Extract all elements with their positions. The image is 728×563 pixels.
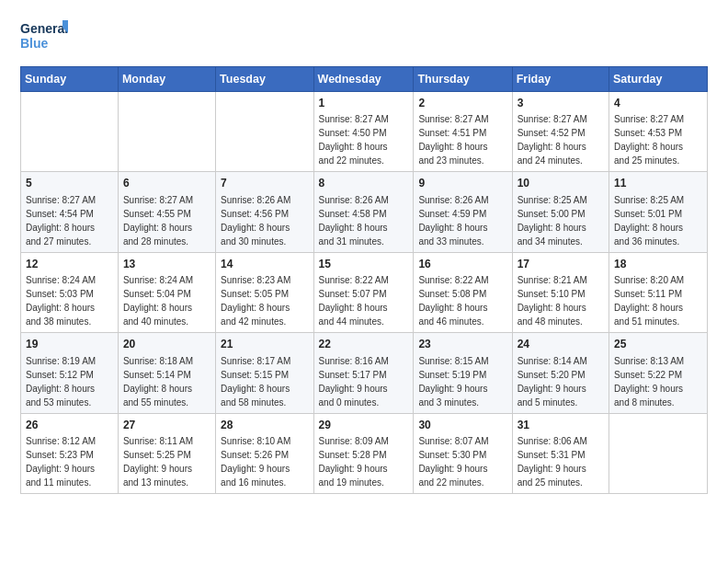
day-cell-11: 11Sunrise: 8:25 AM Sunset: 5:01 PM Dayli…: [609, 172, 708, 252]
day-info-26: Sunrise: 8:12 AM Sunset: 5:23 PM Dayligh…: [26, 434, 113, 489]
day-cell-28: 28Sunrise: 8:10 AM Sunset: 5:26 PM Dayli…: [216, 413, 313, 493]
day-info-6: Sunrise: 8:27 AM Sunset: 4:55 PM Dayligh…: [123, 193, 210, 248]
day-info-15: Sunrise: 8:22 AM Sunset: 5:07 PM Dayligh…: [319, 273, 409, 328]
day-number-6: 6: [123, 176, 210, 191]
day-number-25: 25: [614, 337, 702, 352]
day-cell-5: 5Sunrise: 8:27 AM Sunset: 4:54 PM Daylig…: [21, 172, 119, 252]
day-info-18: Sunrise: 8:20 AM Sunset: 5:11 PM Dayligh…: [614, 273, 702, 328]
weekday-header-wednesday: Wednesday: [313, 67, 414, 92]
day-info-27: Sunrise: 8:11 AM Sunset: 5:25 PM Dayligh…: [123, 434, 210, 489]
day-cell-12: 12Sunrise: 8:24 AM Sunset: 5:03 PM Dayli…: [21, 252, 119, 332]
day-number-17: 17: [518, 257, 604, 272]
day-number-7: 7: [221, 176, 308, 191]
weekday-header-tuesday: Tuesday: [216, 67, 313, 92]
day-info-29: Sunrise: 8:09 AM Sunset: 5:28 PM Dayligh…: [319, 434, 409, 489]
day-info-7: Sunrise: 8:26 AM Sunset: 4:56 PM Dayligh…: [221, 193, 308, 248]
day-number-31: 31: [518, 418, 604, 433]
logo-svg: General Blue: [20, 17, 68, 57]
day-cell-10: 10Sunrise: 8:25 AM Sunset: 5:00 PM Dayli…: [512, 172, 609, 252]
day-info-2: Sunrise: 8:27 AM Sunset: 4:51 PM Dayligh…: [418, 112, 506, 167]
day-number-27: 27: [123, 418, 210, 433]
day-number-1: 1: [319, 96, 409, 111]
day-info-3: Sunrise: 8:27 AM Sunset: 4:52 PM Dayligh…: [518, 112, 604, 167]
day-number-23: 23: [418, 337, 506, 352]
day-cell-14: 14Sunrise: 8:23 AM Sunset: 5:05 PM Dayli…: [216, 252, 313, 332]
day-number-4: 4: [614, 96, 702, 111]
day-info-12: Sunrise: 8:24 AM Sunset: 5:03 PM Dayligh…: [26, 273, 113, 328]
day-info-30: Sunrise: 8:07 AM Sunset: 5:30 PM Dayligh…: [418, 434, 506, 489]
calendar-table: SundayMondayTuesdayWednesdayThursdayFrid…: [20, 66, 708, 494]
day-info-1: Sunrise: 8:27 AM Sunset: 4:50 PM Dayligh…: [319, 112, 409, 167]
week-row-5: 26Sunrise: 8:12 AM Sunset: 5:23 PM Dayli…: [21, 413, 708, 493]
svg-text:General: General: [20, 21, 68, 36]
day-number-29: 29: [319, 418, 409, 433]
logo: General Blue: [20, 17, 68, 57]
day-cell-21: 21Sunrise: 8:17 AM Sunset: 5:15 PM Dayli…: [216, 333, 313, 413]
day-cell-27: 27Sunrise: 8:11 AM Sunset: 5:25 PM Dayli…: [118, 413, 215, 493]
day-number-13: 13: [123, 257, 210, 272]
day-number-5: 5: [26, 176, 113, 191]
day-cell-2: 2Sunrise: 8:27 AM Sunset: 4:51 PM Daylig…: [414, 92, 512, 172]
day-cell-22: 22Sunrise: 8:16 AM Sunset: 5:17 PM Dayli…: [313, 333, 414, 413]
weekday-header-thursday: Thursday: [414, 67, 512, 92]
day-number-19: 19: [26, 337, 113, 352]
day-cell-15: 15Sunrise: 8:22 AM Sunset: 5:07 PM Dayli…: [313, 252, 414, 332]
day-number-26: 26: [26, 418, 113, 433]
week-row-1: 1Sunrise: 8:27 AM Sunset: 4:50 PM Daylig…: [21, 92, 708, 172]
day-cell-18: 18Sunrise: 8:20 AM Sunset: 5:11 PM Dayli…: [609, 252, 708, 332]
day-cell-25: 25Sunrise: 8:13 AM Sunset: 5:22 PM Dayli…: [609, 333, 708, 413]
day-info-22: Sunrise: 8:16 AM Sunset: 5:17 PM Dayligh…: [319, 354, 409, 409]
page: General Blue SundayMondayTuesdayWednesda…: [0, 0, 728, 563]
day-cell-19: 19Sunrise: 8:19 AM Sunset: 5:12 PM Dayli…: [21, 333, 119, 413]
day-number-30: 30: [418, 418, 506, 433]
day-cell-4: 4Sunrise: 8:27 AM Sunset: 4:53 PM Daylig…: [609, 92, 708, 172]
day-number-3: 3: [518, 96, 604, 111]
day-number-12: 12: [26, 257, 113, 272]
day-number-8: 8: [319, 176, 409, 191]
day-number-15: 15: [319, 257, 409, 272]
day-info-4: Sunrise: 8:27 AM Sunset: 4:53 PM Dayligh…: [614, 112, 702, 167]
day-cell-16: 16Sunrise: 8:22 AM Sunset: 5:08 PM Dayli…: [414, 252, 512, 332]
empty-cell: [609, 413, 708, 493]
day-cell-29: 29Sunrise: 8:09 AM Sunset: 5:28 PM Dayli…: [313, 413, 414, 493]
day-cell-24: 24Sunrise: 8:14 AM Sunset: 5:20 PM Dayli…: [512, 333, 609, 413]
day-number-20: 20: [123, 337, 210, 352]
day-info-14: Sunrise: 8:23 AM Sunset: 5:05 PM Dayligh…: [221, 273, 308, 328]
day-number-24: 24: [518, 337, 604, 352]
header: General Blue: [20, 17, 708, 57]
day-cell-26: 26Sunrise: 8:12 AM Sunset: 5:23 PM Dayli…: [21, 413, 119, 493]
day-info-17: Sunrise: 8:21 AM Sunset: 5:10 PM Dayligh…: [518, 273, 604, 328]
day-info-5: Sunrise: 8:27 AM Sunset: 4:54 PM Dayligh…: [26, 193, 113, 248]
day-number-16: 16: [418, 257, 506, 272]
day-cell-20: 20Sunrise: 8:18 AM Sunset: 5:14 PM Dayli…: [118, 333, 215, 413]
day-number-21: 21: [221, 337, 308, 352]
day-cell-3: 3Sunrise: 8:27 AM Sunset: 4:52 PM Daylig…: [512, 92, 609, 172]
day-info-25: Sunrise: 8:13 AM Sunset: 5:22 PM Dayligh…: [614, 354, 702, 409]
weekday-header-friday: Friday: [512, 67, 609, 92]
day-number-9: 9: [418, 176, 506, 191]
day-cell-31: 31Sunrise: 8:06 AM Sunset: 5:31 PM Dayli…: [512, 413, 609, 493]
day-number-14: 14: [221, 257, 308, 272]
day-info-9: Sunrise: 8:26 AM Sunset: 4:59 PM Dayligh…: [418, 193, 506, 248]
weekday-header-monday: Monday: [118, 67, 215, 92]
day-info-28: Sunrise: 8:10 AM Sunset: 5:26 PM Dayligh…: [221, 434, 308, 489]
day-number-10: 10: [518, 176, 604, 191]
day-number-2: 2: [418, 96, 506, 111]
week-row-3: 12Sunrise: 8:24 AM Sunset: 5:03 PM Dayli…: [21, 252, 708, 332]
empty-cell: [21, 92, 119, 172]
day-info-16: Sunrise: 8:22 AM Sunset: 5:08 PM Dayligh…: [418, 273, 506, 328]
day-cell-6: 6Sunrise: 8:27 AM Sunset: 4:55 PM Daylig…: [118, 172, 215, 252]
week-row-4: 19Sunrise: 8:19 AM Sunset: 5:12 PM Dayli…: [21, 333, 708, 413]
day-info-23: Sunrise: 8:15 AM Sunset: 5:19 PM Dayligh…: [418, 354, 506, 409]
day-cell-23: 23Sunrise: 8:15 AM Sunset: 5:19 PM Dayli…: [414, 333, 512, 413]
day-cell-1: 1Sunrise: 8:27 AM Sunset: 4:50 PM Daylig…: [313, 92, 414, 172]
day-number-28: 28: [221, 418, 308, 433]
empty-cell: [118, 92, 215, 172]
day-cell-30: 30Sunrise: 8:07 AM Sunset: 5:30 PM Dayli…: [414, 413, 512, 493]
day-cell-13: 13Sunrise: 8:24 AM Sunset: 5:04 PM Dayli…: [118, 252, 215, 332]
week-row-2: 5Sunrise: 8:27 AM Sunset: 4:54 PM Daylig…: [21, 172, 708, 252]
day-info-24: Sunrise: 8:14 AM Sunset: 5:20 PM Dayligh…: [518, 354, 604, 409]
day-info-21: Sunrise: 8:17 AM Sunset: 5:15 PM Dayligh…: [221, 354, 308, 409]
day-cell-8: 8Sunrise: 8:26 AM Sunset: 4:58 PM Daylig…: [313, 172, 414, 252]
day-info-10: Sunrise: 8:25 AM Sunset: 5:00 PM Dayligh…: [518, 193, 604, 248]
